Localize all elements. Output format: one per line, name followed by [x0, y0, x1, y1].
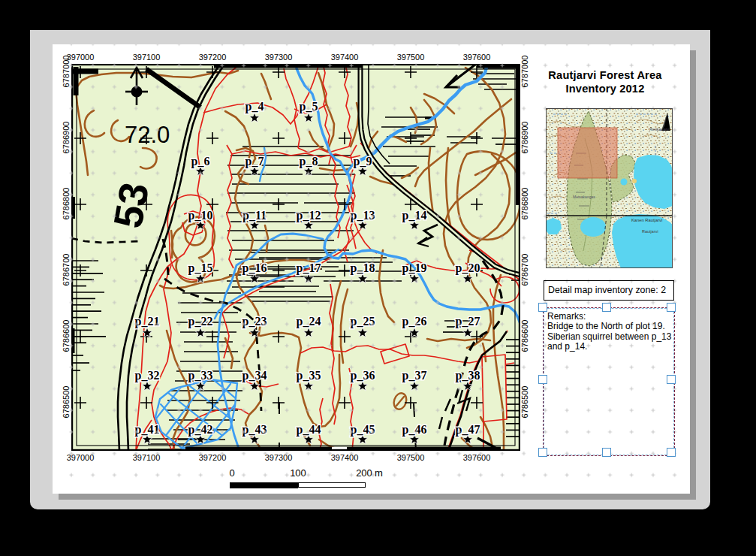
svg-text:Kanen Rautjarvi: Kanen Rautjarvi	[631, 218, 662, 222]
svg-text:Pieskanjarvi: Pieskanjarvi	[649, 127, 670, 131]
svg-text:Metsakangas: Metsakangas	[573, 195, 595, 199]
svg-text:Rautjarvi: Rautjarvi	[642, 229, 658, 234]
